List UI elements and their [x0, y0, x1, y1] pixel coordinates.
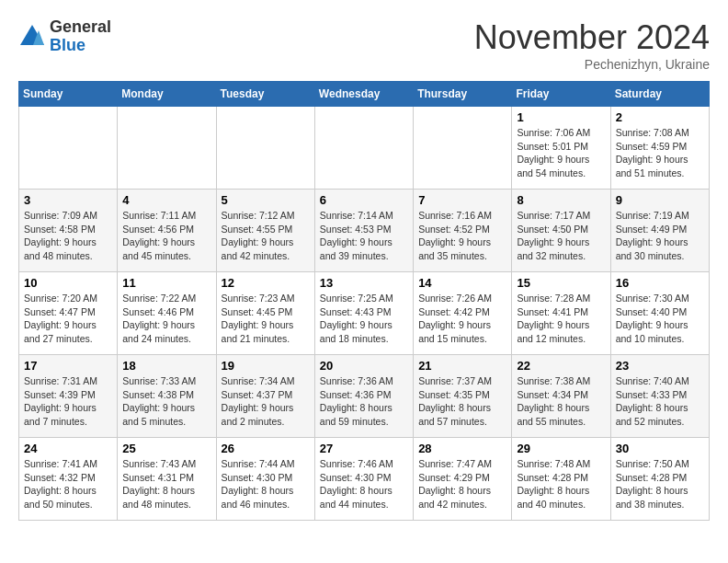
day-number: 10	[24, 276, 112, 290]
day-number: 9	[616, 193, 704, 207]
day-number: 5	[222, 193, 310, 207]
day-info: Sunrise: 7:50 AM Sunset: 4:28 PM Dayligh…	[616, 457, 704, 511]
day-number: 15	[517, 276, 605, 290]
table-row: 23Sunrise: 7:40 AM Sunset: 4:33 PM Dayli…	[610, 355, 709, 438]
day-info: Sunrise: 7:46 AM Sunset: 4:30 PM Dayligh…	[320, 457, 408, 511]
day-number: 7	[418, 193, 506, 207]
logo: General Blue	[18, 18, 111, 55]
location-subtitle: Pechenizhyn, Ukraine	[474, 57, 710, 72]
table-row: 7Sunrise: 7:16 AM Sunset: 4:52 PM Daylig…	[414, 190, 512, 272]
logo-text: General Blue	[50, 18, 111, 55]
day-number: 21	[418, 359, 506, 373]
table-row: 22Sunrise: 7:38 AM Sunset: 4:34 PM Dayli…	[512, 355, 610, 438]
table-row: 15Sunrise: 7:28 AM Sunset: 4:41 PM Dayli…	[512, 272, 610, 355]
calendar-week-row: 10Sunrise: 7:20 AM Sunset: 4:47 PM Dayli…	[19, 272, 710, 355]
day-info: Sunrise: 7:34 AM Sunset: 4:37 PM Dayligh…	[222, 374, 310, 429]
calendar-week-row: 3Sunrise: 7:09 AM Sunset: 4:58 PM Daylig…	[19, 190, 710, 272]
day-info: Sunrise: 7:33 AM Sunset: 4:38 PM Dayligh…	[122, 374, 210, 429]
header-thursday: Thursday	[414, 82, 512, 107]
calendar-table: Sunday Monday Tuesday Wednesday Thursday…	[18, 81, 710, 521]
table-row	[314, 107, 413, 190]
day-number: 1	[517, 110, 605, 124]
day-number: 22	[517, 359, 605, 373]
table-row: 17Sunrise: 7:31 AM Sunset: 4:39 PM Dayli…	[19, 355, 118, 438]
day-info: Sunrise: 7:12 AM Sunset: 4:55 PM Dayligh…	[222, 209, 310, 263]
table-row: 29Sunrise: 7:48 AM Sunset: 4:28 PM Dayli…	[512, 438, 610, 521]
table-row: 3Sunrise: 7:09 AM Sunset: 4:58 PM Daylig…	[19, 190, 118, 272]
day-info: Sunrise: 7:37 AM Sunset: 4:35 PM Dayligh…	[418, 374, 506, 429]
title-block: November 2024 Pechenizhyn, Ukraine	[474, 18, 710, 72]
day-number: 27	[320, 442, 408, 455]
day-number: 11	[122, 276, 210, 290]
day-number: 23	[616, 359, 704, 373]
day-number: 4	[122, 193, 210, 207]
table-row: 27Sunrise: 7:46 AM Sunset: 4:30 PM Dayli…	[314, 438, 413, 521]
header-tuesday: Tuesday	[216, 82, 314, 107]
day-info: Sunrise: 7:16 AM Sunset: 4:52 PM Dayligh…	[418, 209, 506, 263]
day-number: 16	[616, 276, 704, 290]
table-row: 19Sunrise: 7:34 AM Sunset: 4:37 PM Dayli…	[216, 355, 314, 438]
table-row: 12Sunrise: 7:23 AM Sunset: 4:45 PM Dayli…	[216, 272, 314, 355]
table-row: 2Sunrise: 7:08 AM Sunset: 4:59 PM Daylig…	[610, 107, 709, 190]
table-row: 8Sunrise: 7:17 AM Sunset: 4:50 PM Daylig…	[512, 190, 610, 272]
day-info: Sunrise: 7:20 AM Sunset: 4:47 PM Dayligh…	[24, 292, 112, 346]
day-info: Sunrise: 7:31 AM Sunset: 4:39 PM Dayligh…	[24, 374, 112, 429]
day-number: 12	[222, 276, 310, 290]
day-info: Sunrise: 7:36 AM Sunset: 4:36 PM Dayligh…	[320, 374, 408, 429]
logo-icon	[18, 23, 46, 51]
header-monday: Monday	[118, 82, 216, 107]
day-number: 8	[517, 193, 605, 207]
page-header: General Blue November 2024 Pechenizhyn, …	[18, 18, 710, 72]
logo-blue: Blue	[50, 37, 111, 55]
day-info: Sunrise: 7:22 AM Sunset: 4:46 PM Dayligh…	[122, 292, 210, 346]
table-row: 13Sunrise: 7:25 AM Sunset: 4:43 PM Dayli…	[314, 272, 413, 355]
day-info: Sunrise: 7:08 AM Sunset: 4:59 PM Dayligh…	[616, 126, 704, 180]
calendar-header-row: Sunday Monday Tuesday Wednesday Thursday…	[19, 82, 710, 107]
month-title: November 2024	[474, 18, 710, 57]
table-row: 10Sunrise: 7:20 AM Sunset: 4:47 PM Dayli…	[19, 272, 118, 355]
table-row	[414, 107, 512, 190]
table-row: 20Sunrise: 7:36 AM Sunset: 4:36 PM Dayli…	[314, 355, 413, 438]
day-info: Sunrise: 7:44 AM Sunset: 4:30 PM Dayligh…	[222, 457, 310, 511]
day-number: 24	[24, 442, 112, 455]
calendar-week-row: 1Sunrise: 7:06 AM Sunset: 5:01 PM Daylig…	[19, 107, 710, 190]
day-info: Sunrise: 7:30 AM Sunset: 4:40 PM Dayligh…	[616, 292, 704, 346]
day-number: 3	[24, 193, 112, 207]
header-friday: Friday	[512, 82, 610, 107]
table-row	[118, 107, 216, 190]
table-row: 9Sunrise: 7:19 AM Sunset: 4:49 PM Daylig…	[610, 190, 709, 272]
header-wednesday: Wednesday	[314, 82, 413, 107]
day-number: 18	[122, 359, 210, 373]
table-row: 30Sunrise: 7:50 AM Sunset: 4:28 PM Dayli…	[610, 438, 709, 521]
day-number: 30	[616, 442, 704, 455]
day-number: 19	[222, 359, 310, 373]
table-row: 26Sunrise: 7:44 AM Sunset: 4:30 PM Dayli…	[216, 438, 314, 521]
day-info: Sunrise: 7:09 AM Sunset: 4:58 PM Dayligh…	[24, 209, 112, 263]
day-info: Sunrise: 7:28 AM Sunset: 4:41 PM Dayligh…	[517, 292, 605, 346]
day-number: 25	[122, 442, 210, 455]
day-number: 26	[222, 442, 310, 455]
day-info: Sunrise: 7:11 AM Sunset: 4:56 PM Dayligh…	[122, 209, 210, 263]
day-number: 2	[616, 110, 704, 124]
day-number: 13	[320, 276, 408, 290]
table-row: 18Sunrise: 7:33 AM Sunset: 4:38 PM Dayli…	[118, 355, 216, 438]
table-row	[216, 107, 314, 190]
day-info: Sunrise: 7:41 AM Sunset: 4:32 PM Dayligh…	[24, 457, 112, 511]
day-info: Sunrise: 7:23 AM Sunset: 4:45 PM Dayligh…	[222, 292, 310, 346]
day-number: 6	[320, 193, 408, 207]
table-row: 1Sunrise: 7:06 AM Sunset: 5:01 PM Daylig…	[512, 107, 610, 190]
logo-general: General	[50, 18, 111, 37]
day-info: Sunrise: 7:48 AM Sunset: 4:28 PM Dayligh…	[517, 457, 605, 511]
day-number: 14	[418, 276, 506, 290]
header-sunday: Sunday	[19, 82, 118, 107]
day-info: Sunrise: 7:14 AM Sunset: 4:53 PM Dayligh…	[320, 209, 408, 263]
table-row: 14Sunrise: 7:26 AM Sunset: 4:42 PM Dayli…	[414, 272, 512, 355]
day-info: Sunrise: 7:38 AM Sunset: 4:34 PM Dayligh…	[517, 374, 605, 429]
table-row: 24Sunrise: 7:41 AM Sunset: 4:32 PM Dayli…	[19, 438, 118, 521]
day-info: Sunrise: 7:40 AM Sunset: 4:33 PM Dayligh…	[616, 374, 704, 429]
day-info: Sunrise: 7:43 AM Sunset: 4:31 PM Dayligh…	[122, 457, 210, 511]
day-info: Sunrise: 7:47 AM Sunset: 4:29 PM Dayligh…	[418, 457, 506, 511]
day-number: 28	[418, 442, 506, 455]
table-row: 5Sunrise: 7:12 AM Sunset: 4:55 PM Daylig…	[216, 190, 314, 272]
day-number: 17	[24, 359, 112, 373]
